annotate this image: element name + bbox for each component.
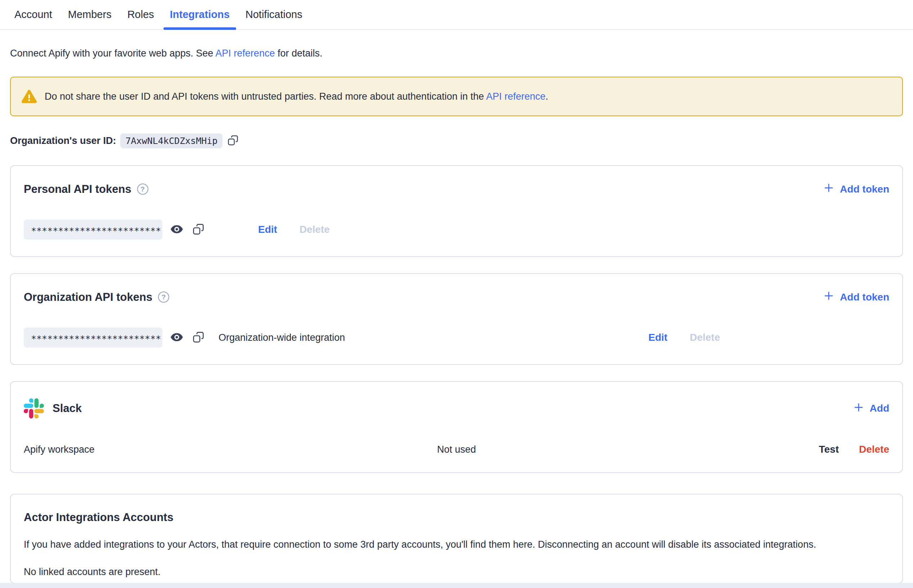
actor-integrations-title-text: Actor Integrations Accounts	[24, 511, 173, 524]
personal-api-tokens-card: Personal API tokens Add token **********…	[10, 165, 903, 257]
slack-workspace-status: Not used	[437, 444, 476, 455]
copy-user-id-button[interactable]	[228, 135, 238, 147]
organization-user-id-value: 7AxwNL4kCDZxsMHip	[120, 134, 222, 148]
tab-account[interactable]: Account	[8, 0, 59, 29]
organization-api-tokens-card: Organization API tokens Add token ******…	[10, 273, 903, 365]
tab-notifications[interactable]: Notifications	[239, 0, 309, 29]
slack-title: Slack	[24, 398, 82, 418]
warning-alert: Do not share the user ID and API tokens …	[10, 77, 903, 116]
intro-text: Connect Apify with your favorite web app…	[10, 47, 903, 60]
tab-members[interactable]: Members	[62, 0, 118, 29]
slack-title-text: Slack	[53, 402, 82, 415]
copy-icon	[193, 331, 204, 344]
organization-api-tokens-header: Organization API tokens Add token	[24, 291, 889, 304]
personal-api-tokens-title-text: Personal API tokens	[24, 183, 131, 196]
personal-token-masked-value: ************************	[24, 220, 162, 240]
personal-api-tokens-header: Personal API tokens Add token	[24, 183, 889, 196]
add-organization-token-button[interactable]: Add token	[823, 291, 889, 304]
edit-organization-token-button[interactable]: Edit	[648, 332, 667, 343]
slack-header: Slack Add	[24, 398, 889, 418]
organization-token-description: Organization-wide integration	[219, 332, 345, 343]
plus-icon	[823, 183, 834, 196]
settings-tabbar: Account Members Roles Integrations Notif…	[0, 0, 913, 30]
add-personal-token-label: Add token	[840, 184, 889, 195]
slack-workspace-row: Apify workspace Not used Test Delete	[24, 444, 889, 455]
add-slack-button[interactable]: Add	[853, 402, 889, 415]
slack-logo-icon	[24, 398, 44, 418]
add-organization-token-label: Add token	[840, 291, 889, 303]
actor-integrations-empty-state: No linked accounts are present.	[24, 566, 889, 578]
bottom-divider	[0, 583, 913, 588]
actor-integrations-description: If you have added integrations to your A…	[24, 538, 889, 551]
organization-user-id-label: Organization's user ID:	[10, 135, 116, 147]
page-content: Connect Apify with your favorite web app…	[0, 47, 913, 584]
settings-integrations-page: Account Members Roles Integrations Notif…	[0, 0, 913, 588]
copy-organization-token-button[interactable]	[193, 331, 204, 344]
intro-text-before: Connect Apify with your favorite web app…	[10, 48, 215, 59]
tab-integrations[interactable]: Integrations	[163, 0, 236, 29]
warning-icon	[22, 89, 37, 103]
warning-text: Do not share the user ID and API tokens …	[45, 91, 548, 102]
warning-text-before: Do not share the user ID and API tokens …	[45, 91, 486, 102]
test-slack-button[interactable]: Test	[819, 444, 839, 455]
delete-organization-token-button[interactable]: Delete	[690, 332, 720, 343]
slack-workspace-name: Apify workspace	[24, 444, 437, 455]
reveal-organization-token-button[interactable]	[170, 332, 183, 343]
warning-api-reference-link[interactable]: API reference	[486, 91, 546, 102]
intro-text-after: for details.	[275, 48, 322, 59]
delete-personal-token-button[interactable]: Delete	[299, 224, 330, 235]
organization-token-row: ************************	[24, 328, 889, 347]
copy-personal-token-button[interactable]	[193, 223, 204, 236]
organization-user-id-row: Organization's user ID: 7AxwNL4kCDZxsMHi…	[10, 133, 903, 149]
copy-icon	[228, 135, 238, 147]
add-personal-token-button[interactable]: Add token	[823, 183, 889, 196]
plus-icon	[823, 291, 834, 304]
reveal-personal-token-button[interactable]	[170, 224, 183, 235]
api-reference-link[interactable]: API reference	[215, 48, 275, 59]
slack-card: Slack Add Apify workspace Not used Test …	[10, 381, 903, 473]
personal-api-tokens-title: Personal API tokens	[24, 183, 148, 196]
organization-api-tokens-title: Organization API tokens	[24, 291, 169, 304]
copy-icon	[193, 223, 204, 236]
tab-roles[interactable]: Roles	[121, 0, 160, 29]
personal-token-row: ************************	[24, 220, 889, 240]
organization-token-masked-value: ************************	[24, 328, 162, 347]
plus-icon	[853, 402, 864, 415]
help-icon[interactable]	[137, 184, 148, 195]
help-icon[interactable]	[158, 291, 169, 303]
actor-integrations-title: Actor Integrations Accounts	[24, 511, 889, 524]
slack-row-actions: Test Delete	[476, 444, 889, 455]
eye-icon	[170, 332, 183, 343]
warning-text-after: .	[546, 91, 548, 102]
delete-slack-button[interactable]: Delete	[859, 444, 889, 455]
eye-icon	[170, 224, 183, 235]
add-slack-label: Add	[870, 403, 889, 414]
organization-api-tokens-title-text: Organization API tokens	[24, 291, 152, 304]
actor-integrations-card: Actor Integrations Accounts If you have …	[10, 494, 903, 584]
edit-personal-token-button[interactable]: Edit	[258, 224, 277, 235]
